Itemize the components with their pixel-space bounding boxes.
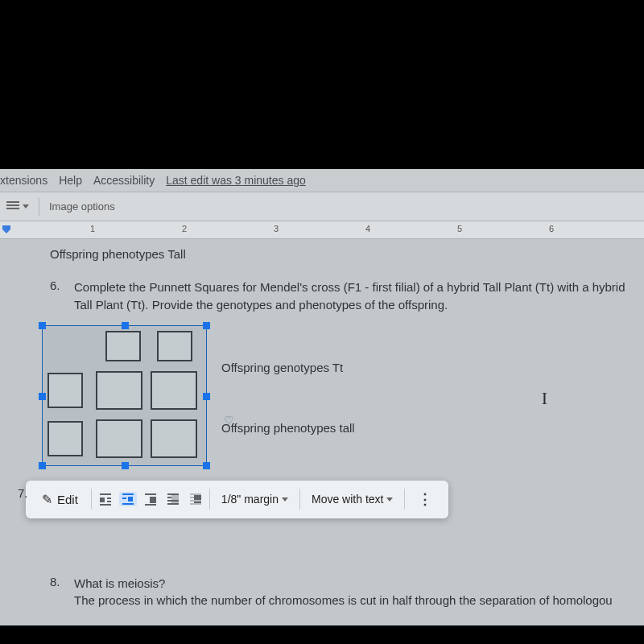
ruler-mark: 6 [549,224,554,233]
question-body: The process in which the number of chrom… [74,592,613,609]
caret-icon [386,497,393,502]
svg-marker-0 [2,225,10,233]
ruler-mark: 3 [274,224,279,233]
edit-label: Edit [57,493,78,506]
question-number: 8. [50,575,63,610]
ruler-mark: 1 [90,224,95,233]
heart-icon: ♡ [224,414,234,427]
selection-handle[interactable] [39,393,46,400]
image-context-toolbar: ✎ Edit [26,481,448,518]
svg-rect-22 [190,500,201,502]
question-title: What is meiosis? [74,575,613,592]
toolbar-separator [404,489,405,510]
svg-rect-14 [167,493,179,495]
svg-rect-4 [107,501,111,502]
question-number: 6. [50,279,63,314]
selection-handle[interactable] [203,322,210,329]
punnett-cell [151,371,197,410]
svg-rect-13 [145,504,156,506]
edit-button[interactable]: ✎ Edit [34,487,86,512]
svg-rect-16 [171,495,179,503]
text-line: Offspring phenotypes Tall [50,247,644,261]
selection-handle[interactable] [39,462,46,469]
selection-handle[interactable] [122,322,129,329]
svg-rect-17 [167,500,179,502]
ruler-mark: 4 [365,224,370,233]
caret-icon [282,497,288,502]
wrap-break-icon[interactable] [142,492,159,506]
selection-handle[interactable] [203,462,210,469]
pencil-icon: ✎ [42,492,52,507]
punnett-cell [157,331,192,361]
punnett-cell [151,419,197,458]
svg-rect-1 [100,493,111,495]
margin-label: 1/8" margin [221,493,279,506]
wrap-inline-icon[interactable] [97,492,114,506]
selection-handle[interactable] [203,393,210,400]
image-options-button[interactable]: Image options [43,196,122,217]
move-with-text-dropdown[interactable]: Move with text [305,489,399,509]
menu-accessibility[interactable]: Accessibility [93,174,155,187]
punnett-cell [96,419,142,458]
question-number: 7. [18,486,28,500]
svg-rect-5 [100,504,111,506]
toolbar-separator [209,489,210,510]
punnett-cell [47,373,83,408]
format-dropdown[interactable] [0,196,35,217]
svg-rect-18 [167,503,179,505]
svg-rect-3 [107,497,111,499]
lines-icon [6,201,19,213]
svg-rect-6 [122,493,134,495]
svg-rect-21 [194,495,201,503]
last-edit-link[interactable]: Last edit was 3 minutes ago [166,174,306,187]
phenotypes-label: Offspring phenotypes tall [221,421,355,435]
text-cursor-icon: I [542,388,547,409]
punnett-cell [47,421,83,456]
wrap-front-icon[interactable] [187,492,204,506]
margin-dropdown[interactable]: 1/8" margin [215,489,295,509]
svg-rect-2 [100,497,105,502]
menu-help[interactable]: Help [59,174,82,187]
caret-icon [23,204,29,208]
wrap-behind-icon[interactable] [164,492,182,506]
toolbar-separator [39,198,39,216]
move-label: Move with text [312,493,383,506]
question-text: Complete the Punnett Squares for Mendel'… [74,279,638,314]
svg-rect-8 [122,497,126,499]
toolbar-separator [299,489,300,510]
genotypes-label: Offspring genotypes Tt [221,361,355,374]
menu-extensions[interactable]: xtensions [0,174,47,187]
selection-handle[interactable] [39,322,46,329]
svg-rect-23 [190,503,201,505]
selection-handle[interactable] [122,462,129,469]
document-body[interactable]: Offspring phenotypes Tall 6. Complete th… [0,239,644,625]
more-options-button[interactable]: ⋮ [410,489,440,510]
ruler-mark: 5 [457,224,462,233]
punnett-cell [96,371,142,410]
toolbar-separator [91,489,92,510]
ruler-mark: 2 [182,224,187,233]
wrap-text-icon[interactable] [119,492,137,506]
svg-rect-11 [145,493,156,495]
svg-rect-10 [122,503,134,505]
svg-rect-7 [128,497,133,502]
svg-rect-12 [150,497,156,503]
punnett-cell [105,331,141,361]
indent-marker-icon[interactable] [2,225,11,234]
svg-rect-19 [190,493,201,495]
punnett-square-image[interactable] [42,325,207,466]
ruler[interactable]: 1 2 3 4 5 6 [0,221,644,239]
